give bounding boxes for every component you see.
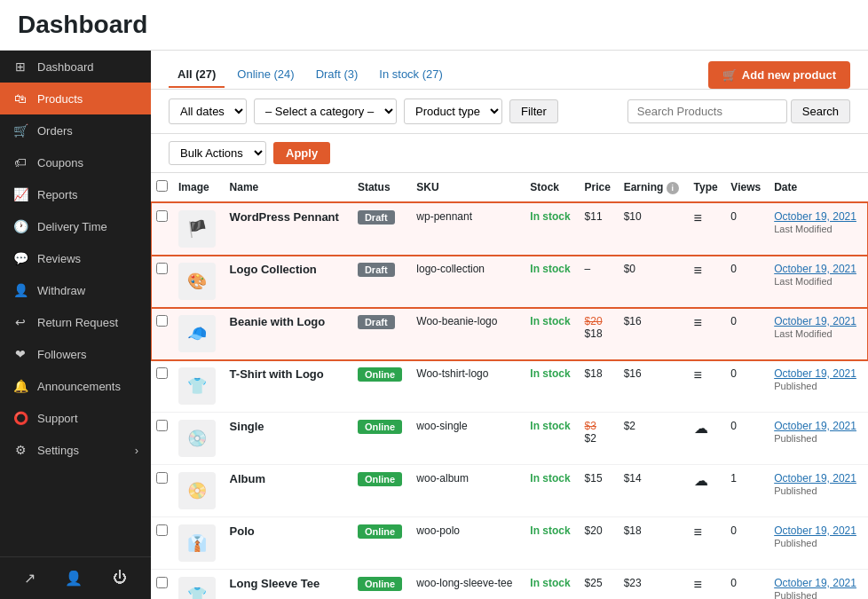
- date-link-6[interactable]: October 19, 2021: [774, 472, 856, 485]
- filter-button[interactable]: Filter: [509, 99, 558, 123]
- date-link-2[interactable]: October 19, 2021: [774, 263, 856, 275]
- date-6: October 19, 2021Published: [769, 465, 868, 517]
- col-image: Image: [173, 173, 225, 202]
- col-views: Views: [725, 173, 769, 202]
- earning-7: $18: [619, 517, 689, 570]
- sidebar-item-announcements[interactable]: 🔔Announcements: [0, 370, 151, 402]
- table-row: 👔 Polo Online woo-polo In stock $20 $18 …: [151, 517, 868, 570]
- sidebar-item-reviews[interactable]: 💬Reviews: [0, 242, 151, 274]
- date-link-1[interactable]: October 19, 2021: [774, 210, 856, 223]
- type-8: ≡: [689, 570, 726, 600]
- tab-2[interactable]: Draft (3): [307, 62, 367, 88]
- views-3: 0: [725, 308, 769, 360]
- date-status-2: Last Modified: [774, 276, 832, 287]
- date-filter[interactable]: All dates: [169, 99, 247, 124]
- sidebar-item-coupons[interactable]: 🏷Coupons: [0, 146, 151, 178]
- table-row: 👕 T-Shirt with Logo Online Woo-tshirt-lo…: [151, 360, 868, 413]
- sidebar-label-delivery-time: Delivery Time: [37, 220, 107, 233]
- sidebar-footer-power-icon[interactable]: ⏻: [106, 566, 134, 590]
- stock-3: In stock: [530, 315, 570, 327]
- tab-0[interactable]: All (27): [169, 62, 225, 88]
- settings-icon: ⚙: [12, 443, 28, 457]
- date-link-3[interactable]: October 19, 2021: [774, 315, 856, 327]
- sidebar-label-dashboard: Dashboard: [37, 60, 94, 74]
- date-2: October 19, 2021Last Modified: [769, 256, 868, 308]
- sidebar-item-reports[interactable]: 📈Reports: [0, 178, 151, 210]
- sku-4: Woo-tshirt-logo: [411, 360, 525, 413]
- search-button[interactable]: Search: [791, 99, 850, 123]
- price: $20: [585, 524, 603, 537]
- withdraw-icon: 👤: [12, 283, 28, 297]
- status-badge-8: Online: [358, 577, 402, 591]
- date-5: October 19, 2021Published: [769, 413, 868, 465]
- sidebar-item-withdraw[interactable]: 👤Withdraw: [0, 274, 151, 306]
- select-all-checkbox[interactable]: [156, 180, 168, 192]
- sidebar-item-support[interactable]: ⭕Support: [0, 402, 151, 434]
- date-1: October 19, 2021Last Modified: [769, 202, 868, 256]
- views-6: 1: [725, 465, 769, 517]
- products-table: Image Name Status SKU Stock Price Earnin…: [151, 173, 868, 599]
- row-checkbox-4[interactable]: [156, 367, 168, 379]
- sidebar-item-followers[interactable]: ❤Followers: [0, 338, 151, 370]
- row-checkbox-3[interactable]: [156, 315, 168, 327]
- table-row: 📀 Album Online woo-album In stock $15 $1…: [151, 465, 868, 517]
- col-price: Price: [580, 173, 619, 202]
- sidebar-item-return-request[interactable]: ↩Return Request: [0, 306, 151, 338]
- apply-button[interactable]: Apply: [273, 142, 330, 164]
- sidebar-footer-user-icon[interactable]: 👤: [58, 566, 90, 590]
- col-date: Date: [769, 173, 868, 202]
- date-status-8: Published: [774, 590, 817, 599]
- views-7: 0: [725, 517, 769, 570]
- date-link-5[interactable]: October 19, 2021: [774, 420, 856, 432]
- announcements-icon: 🔔: [12, 379, 28, 393]
- tabs-list: All (27)Online (24)Draft (3)In stock (27…: [169, 62, 452, 88]
- type-5: ☁: [689, 413, 726, 465]
- sidebar-item-orders[interactable]: 🛒Orders: [0, 114, 151, 146]
- date-link-7[interactable]: October 19, 2021: [774, 524, 856, 537]
- col-type: Type: [689, 173, 726, 202]
- row-checkbox-7[interactable]: [156, 524, 168, 536]
- row-checkbox-5[interactable]: [156, 420, 168, 431]
- sku-8: woo-long-sleeve-tee: [411, 570, 525, 600]
- row-checkbox-1[interactable]: [156, 210, 168, 222]
- sidebar-item-settings[interactable]: ⚙Settings›: [0, 434, 151, 466]
- date-link-4[interactable]: October 19, 2021: [774, 367, 856, 380]
- sidebar-item-delivery-time[interactable]: 🕐Delivery Time: [0, 210, 151, 242]
- date-link-8[interactable]: October 19, 2021: [774, 577, 856, 589]
- row-checkbox-6[interactable]: [156, 472, 168, 484]
- sidebar-label-reports: Reports: [37, 188, 78, 201]
- date-status-7: Published: [774, 538, 817, 548]
- type-1: ≡: [689, 202, 726, 256]
- sidebar-footer-link-icon[interactable]: ↗: [17, 566, 43, 590]
- filter-bar: All dates – Select a category – Product …: [151, 90, 868, 134]
- status-badge-6: Online: [358, 472, 402, 486]
- product-name-1: WordPress Pennant: [230, 210, 339, 224]
- row-checkbox-8[interactable]: [156, 577, 168, 588]
- sidebar-item-dashboard[interactable]: ⊞Dashboard: [0, 51, 151, 83]
- category-filter[interactable]: – Select a category –: [254, 99, 397, 124]
- price-cell-3: $20$18: [580, 308, 619, 360]
- product-name-6: Album: [230, 472, 265, 485]
- followers-icon: ❤: [12, 347, 28, 361]
- views-1: 0: [725, 202, 769, 256]
- table-row: 💿 Single Online woo-single In stock $3$2…: [151, 413, 868, 465]
- search-input[interactable]: [627, 99, 787, 123]
- product-type-filter[interactable]: Product type: [404, 99, 502, 124]
- product-name-4: T-Shirt with Logo: [230, 367, 324, 381]
- bulk-actions-select[interactable]: Bulk Actions: [169, 141, 266, 165]
- add-product-icon: 🛒: [722, 68, 737, 82]
- row-checkbox-2[interactable]: [156, 263, 168, 274]
- earning-4: $16: [619, 360, 689, 413]
- views-4: 0: [725, 360, 769, 413]
- tab-3[interactable]: In stock (27): [370, 62, 452, 88]
- earning-info-icon[interactable]: i: [667, 182, 679, 194]
- date-status-4: Published: [774, 381, 817, 391]
- sidebar-label-withdraw: Withdraw: [37, 284, 85, 297]
- bulk-actions-bar: Bulk Actions Apply: [151, 134, 868, 173]
- page-title: Dashboard: [18, 11, 850, 39]
- tab-1[interactable]: Online (24): [228, 62, 303, 88]
- add-product-button[interactable]: 🛒 Add new product: [708, 61, 850, 89]
- status-badge-1: Draft: [358, 210, 395, 225]
- sidebar-item-products[interactable]: 🛍Products: [0, 83, 151, 114]
- price: $25: [585, 577, 603, 589]
